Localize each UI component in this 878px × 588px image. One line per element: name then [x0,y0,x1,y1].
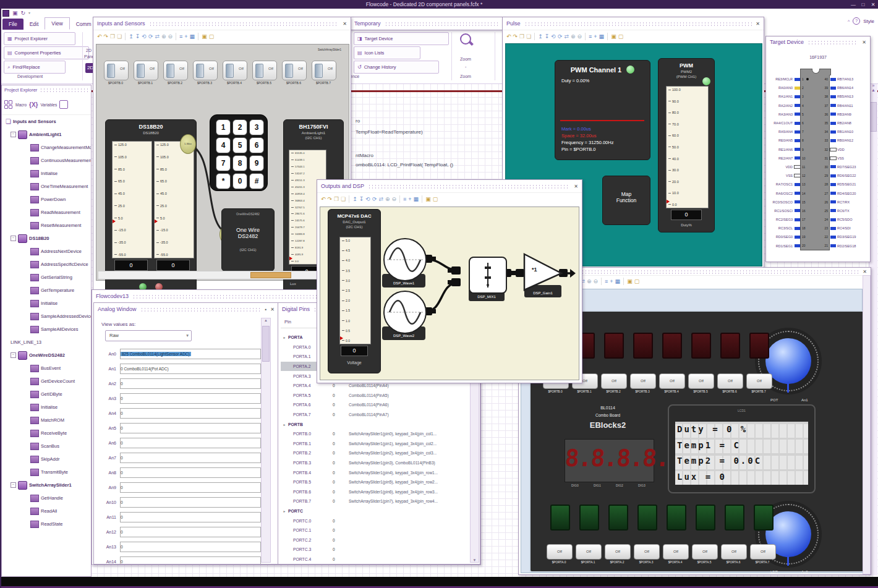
pin-pad-icon[interactable] [830,174,836,177]
undo-icon[interactable]: ↶ [97,33,102,40]
switch-handle[interactable] [196,64,204,78]
close-button[interactable]: ✕ [868,2,878,7]
bring-front-icon[interactable]: ↥ [129,33,134,40]
tree-item-ambientlight1[interactable]: –AmbientLight1 [2,128,91,141]
temporary-window[interactable]: Temporary [350,17,503,30]
scroll-thumb[interactable] [870,102,877,132]
inputs-sensors-window[interactable]: Inputs and Sensors ✕ ↶↷❐❏↥↧⟲⟳⇄⊕⊖≡+▦▣▢ Of… [93,17,351,291]
zoom-minus[interactable]: - [465,64,466,69]
paste-icon[interactable]: ❏ [341,195,346,203]
macro-icon[interactable] [4,100,13,109]
align-icon[interactable]: ≡ [589,33,592,40]
keypad-key-0[interactable]: 0 [232,173,247,189]
ribbon-toggle-target-device[interactable]: ◨Target Device [354,32,449,45]
tree-item-gettemperature[interactable]: GetTemperature [2,284,91,297]
redo-icon[interactable]: ↷ [104,33,109,40]
pin-pad-icon[interactable] [795,87,800,90]
analog-field-An14[interactable]: 0 [120,556,261,565]
outputs-dsp-window[interactable]: Outputs and DSP ✕ ↶↷❐❏↥↧⟲⟳⇄⊕⊖≡+▦▣▢ MCP47… [317,179,582,383]
scroll-thumb[interactable] [262,326,270,362]
board-button-$PORTA.3[interactable]: Off [634,544,660,560]
grid-icon[interactable]: ▦ [190,33,195,40]
switch-handle[interactable] [315,64,323,78]
board-button-$PORTA.5[interactable]: Off [692,544,718,560]
pin-pad-icon[interactable] [830,130,836,134]
pin-pad-icon[interactable] [795,192,800,195]
zoom-in-icon[interactable]: ⊕ [571,33,576,40]
pin-pad-icon[interactable] [795,156,800,160]
minimize-button[interactable]: — [848,2,858,7]
ribbon-toggle-icon-lists[interactable]: ▤Icon Lists [354,46,420,59]
zoom-out-icon[interactable]: ⊖ [578,33,582,40]
redo-icon[interactable]: ↻ [21,10,26,16]
ribbon-component-properties[interactable]: ▤Component Properties [4,46,89,59]
tree-item-busevent[interactable]: BusEvent [2,362,91,375]
lock-icon[interactable]: ▣ [611,33,616,40]
digital-row-PORTA.5[interactable]: PORTA.50ComboBL0114(PinA5) [281,391,469,401]
switch-handle[interactable] [226,64,234,78]
pin-pad-icon[interactable] [795,209,800,212]
pin-pad-icon[interactable] [830,165,836,168]
keypad-component[interactable]: 123456789*0# [210,114,268,191]
pin-pad-icon[interactable] [830,183,836,186]
digital-row-PORTB.7[interactable]: PORTB.70SwitchArraySlider1(pin7), keypad… [281,496,469,506]
digital-row-PORTB.0[interactable]: PORTB.00SwitchArraySlider1(pin0), keypad… [281,429,469,439]
analog-field-An13[interactable]: 0 [120,542,261,552]
expander-icon[interactable]: – [11,482,16,488]
rotate-right-icon[interactable]: ⟳ [372,195,377,203]
pin-pad-icon[interactable] [830,192,836,195]
ribbon-project-explorer[interactable]: ▦Project Explorer [4,32,75,45]
analog-scrollbar[interactable]: ▲ [261,318,271,563]
ribbon-toggle-change-history[interactable]: ↺Change History [354,61,439,74]
board-button-$PORTA.1[interactable]: Off [576,544,602,560]
rotate-right-icon[interactable]: ⟳ [558,33,563,40]
pin-pad-icon[interactable] [830,209,836,212]
map-function-component[interactable]: Map Function [602,176,650,225]
pin-pad-icon[interactable] [795,227,800,230]
pin-pad-icon[interactable] [795,95,800,98]
objects-icon[interactable] [59,100,68,109]
pin-pad-icon[interactable] [795,122,800,125]
digital-row-PORTB[interactable]: ▸PORTB [281,419,469,429]
keypad-key-3[interactable]: 3 [249,119,264,135]
close-icon[interactable]: ✕ [862,40,866,45]
pin-pad-icon[interactable] [795,104,800,107]
pin-pad-icon[interactable] [795,200,800,203]
pwm-meter-component[interactable]: PWM PWM2 (PWM CH1) 100.090.080.070.060.0… [658,58,715,232]
keypad-key-5[interactable]: 5 [232,137,247,153]
send-back-icon[interactable]: ↧ [135,33,140,40]
tree-item-sampleaddresseddevice[interactable]: SampleAddressedDevice [2,310,91,323]
pin-pad-icon[interactable] [795,113,800,116]
digital-row-PORTB.1[interactable]: PORTB.10SwitchArraySlider1(pin1), keypad… [281,439,469,449]
keypad-key-6[interactable]: 6 [249,137,264,153]
align-icon[interactable]: ≡ [403,195,406,203]
tree-item-changemeasurementmode[interactable]: ChangeMeasurementMode [2,141,91,154]
tree-item-skipaddr[interactable]: SkipAddr [2,453,91,466]
pin-pad-icon[interactable] [830,244,836,247]
expander-icon[interactable]: – [11,132,16,137]
grid-icon[interactable]: ▦ [615,278,621,285]
pin-pad-icon[interactable] [830,87,836,90]
analog-field-An1[interactable]: 0 ComboBL0114(Pot ADC) [120,364,261,374]
tree-item-initialise[interactable]: Initialise [2,401,91,414]
redo-icon[interactable]: ↷ [513,33,518,40]
tree-item-inputs and sensors[interactable]: ❏Inputs and Sensors [2,115,91,128]
tree-item-ds18b20[interactable]: –DS18B20 [2,232,91,245]
analog-field-An7[interactable]: 0 [120,453,261,463]
port-switch-3[interactable]: Off [193,61,218,80]
tab-edit[interactable]: Edit [23,19,45,30]
keypad-key-1[interactable]: 1 [216,119,231,135]
snap-icon[interactable]: + [408,195,411,203]
tree-item-getserialstring[interactable]: GetSerialString [2,271,91,284]
scroll-down-icon[interactable]: ▼ [471,558,479,562]
pin-pad-icon[interactable] [794,165,801,169]
zoom-out-icon[interactable]: ⊖ [392,195,397,203]
pin-pad-icon[interactable] [794,174,801,177]
analog-field-An9[interactable]: 0 [120,482,261,493]
zoom-out-icon[interactable]: ⊖ [168,33,173,40]
tree-item-gethandle[interactable]: GetHandle [2,492,91,505]
analog-field-An3[interactable]: 0 [120,393,261,404]
pin-pad-icon[interactable] [830,148,837,151]
pin-pad-icon[interactable] [830,104,836,107]
variables-label[interactable]: Variables [41,103,58,107]
